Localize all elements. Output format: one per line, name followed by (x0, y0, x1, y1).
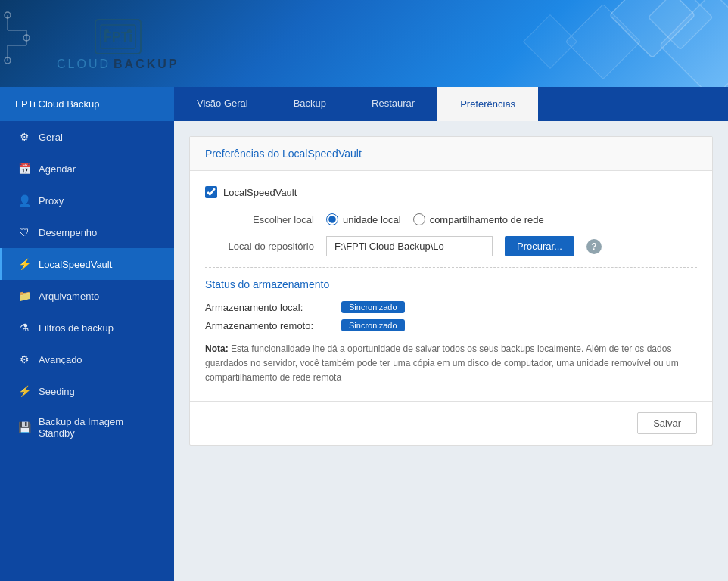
disk-icon: 💾 (17, 421, 31, 434)
sidebar-item-avancado[interactable]: ⚙ Avançado (0, 343, 174, 375)
svg-rect-18 (524, 15, 577, 69)
note-text: Nota: Esta funcionalidade lhe dá a oport… (205, 342, 697, 386)
bolt-icon: ⚡ (17, 257, 31, 271)
help-icon[interactable]: ? (586, 239, 602, 254)
remote-storage-badge: Sincronizado (341, 319, 405, 331)
tab-backup[interactable]: Backup (271, 87, 349, 121)
save-button[interactable]: Salvar (637, 412, 697, 434)
localspeedvault-checkbox-label[interactable]: LocalSpeedVault (223, 187, 297, 198)
sidebar-item-agendar[interactable]: 📅 Agendar (0, 153, 174, 185)
radio-local[interactable] (326, 213, 338, 225)
logo-cloud-backup: CLOUD BACKUP (57, 57, 179, 71)
panel-body: LocalSpeedVault Escolher local unidade l… (190, 171, 712, 401)
status-section: Status do armazenamento Armazenamento lo… (205, 267, 697, 386)
choose-location-label: Escolher local (205, 214, 326, 225)
panel-title: Preferências do LocalSpeedVault (205, 148, 362, 160)
sidebar-item-backup-imagem[interactable]: 💾 Backup da Imagem Standby (0, 407, 174, 448)
app-logo: FPTi CLOUD BACKUP (57, 16, 179, 71)
seeding-icon: ⚡ (17, 384, 31, 398)
main-content: Preferências do LocalSpeedVault LocalSpe… (174, 121, 728, 581)
tab-visao-geral[interactable]: Visão Geral (174, 87, 271, 121)
nav-brand: FPTi Cloud Backup (0, 87, 174, 121)
choose-location-row: Escolher local unidade local compartilha… (205, 213, 697, 225)
person-icon: 👤 (17, 194, 31, 207)
sidebar-item-arquivamento[interactable]: 📁 Arquivamento (0, 280, 174, 312)
tab-restaurar[interactable]: Restaurar (349, 87, 437, 121)
gear-icon: ⚙ (17, 130, 31, 144)
localspeedvault-checkbox-row: LocalSpeedVault (205, 186, 697, 198)
folder-icon: 📁 (17, 289, 31, 303)
repo-path-control: Procurar... ? (326, 236, 602, 256)
sidebar-item-proxy[interactable]: 👤 Proxy (0, 185, 174, 216)
sidebar-item-seeding[interactable]: ⚡ Seeding (0, 375, 174, 407)
sidebar-item-localspeedvault[interactable]: ⚡ LocalSpeedVault (0, 248, 174, 280)
panel-header: Preferências do LocalSpeedVault (190, 137, 712, 171)
filter-icon: ⚗ (17, 321, 31, 334)
remote-storage-row: Armazenamento remoto: Sincronizado (205, 319, 697, 331)
main-layout: ⚙ Geral 📅 Agendar 👤 Proxy 🛡 Desempenho ⚡… (0, 121, 728, 581)
content-panel: Preferências do LocalSpeedVault LocalSpe… (189, 136, 713, 446)
svg-point-12 (104, 29, 109, 33)
repo-path-input[interactable] (326, 236, 493, 256)
shield-icon: 🛡 (17, 225, 31, 239)
repo-path-row: Local do repositório Procurar... ? (205, 236, 697, 256)
settings-icon: ⚙ (17, 353, 31, 366)
local-storage-label: Armazenamento local: (205, 302, 341, 313)
note-bold: Nota: (205, 343, 229, 354)
remote-storage-label: Armazenamento remoto: (205, 320, 341, 331)
tab-preferencias[interactable]: Preferências (437, 87, 538, 121)
local-storage-row: Armazenamento local: Sincronizado (205, 301, 697, 313)
sidebar-item-desempenho[interactable]: 🛡 Desempenho (0, 216, 174, 248)
header-decoration (410, 0, 728, 87)
sidebar-item-geral[interactable]: ⚙ Geral (0, 121, 174, 153)
radio-network[interactable] (413, 213, 425, 225)
radio-network-option[interactable]: compartilhamento de rede (413, 213, 544, 225)
svg-point-13 (127, 29, 132, 33)
repo-path-label: Local do repositório (205, 241, 326, 252)
local-storage-badge: Sincronizado (341, 301, 405, 313)
sidebar: ⚙ Geral 📅 Agendar 👤 Proxy 🛡 Desempenho ⚡… (0, 121, 174, 581)
location-options: unidade local compartilhamento de rede (326, 213, 544, 225)
browse-button[interactable]: Procurar... (505, 236, 574, 256)
radio-local-option[interactable]: unidade local (326, 213, 401, 225)
panel-footer: Salvar (190, 401, 712, 445)
nav-tabs: Visão Geral Backup Restaurar Preferência… (174, 87, 538, 121)
calendar-icon: 📅 (17, 162, 31, 176)
status-title: Status do armazenamento (205, 278, 697, 290)
circuit-decoration (0, 0, 38, 87)
fpti-logo-icon: FPTi (92, 16, 145, 57)
localspeedvault-checkbox[interactable] (205, 186, 217, 198)
sidebar-item-filtros-backup[interactable]: ⚗ Filtros de backup (0, 312, 174, 343)
header: FPTi CLOUD BACKUP (0, 0, 728, 87)
nav-bar: FPTi Cloud Backup Visão Geral Backup Res… (0, 87, 728, 121)
